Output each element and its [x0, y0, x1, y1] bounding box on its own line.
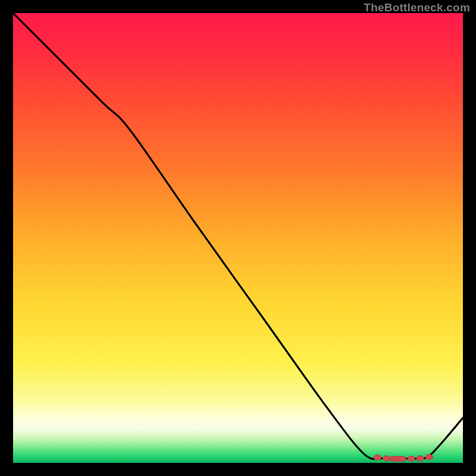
optimal-marker [425, 455, 433, 460]
plot-frame [13, 13, 463, 463]
optimal-marker [408, 456, 415, 461]
attribution-label: TheBottleneck.com [364, 1, 470, 14]
optimal-marker [374, 455, 381, 460]
optimal-marker [383, 456, 390, 461]
chart-canvas: TheBottleneck.com [0, 0, 476, 476]
optimal-marker [416, 456, 424, 461]
plot-area [13, 13, 463, 463]
optimal-marker [399, 456, 406, 462]
